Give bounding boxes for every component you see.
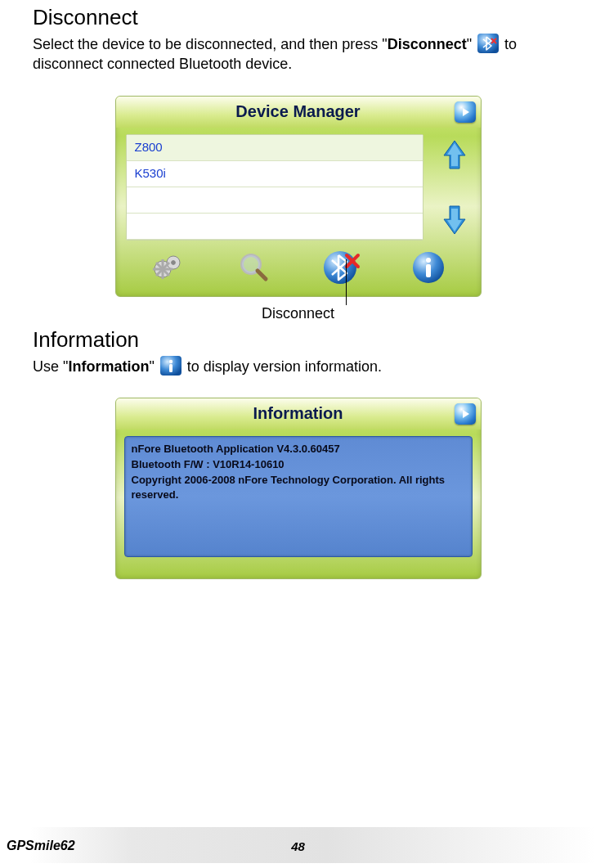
search-button[interactable] [233, 247, 276, 288]
info-line: nFore Bluetooth Application V4.3.0.60457 [132, 442, 465, 457]
list-item[interactable]: K530i [127, 161, 423, 187]
disconnect-paragraph: Select the device to be disconnected, an… [33, 34, 563, 74]
page-footer: GPSmile62 48 [0, 832, 596, 860]
svg-point-26 [169, 359, 173, 362]
play-icon [455, 403, 476, 425]
information-panel: Information nFore Bluetooth Application … [115, 398, 482, 579]
svg-point-11 [171, 260, 175, 264]
next-button[interactable] [455, 403, 476, 425]
panel-title: Device Manager [235, 102, 360, 121]
scroll-down-button[interactable] [439, 203, 470, 237]
heading-disconnect: Disconnect [33, 5, 563, 30]
info-line: Copyright 2006-2008 nFore Technology Cor… [132, 473, 465, 504]
info-text-box: nFore Bluetooth Application V4.3.0.60457… [124, 436, 473, 557]
info-line: Bluetooth F/W : V10R14-10610 [132, 457, 465, 473]
info-icon [410, 250, 446, 286]
bluetooth-disconnect-icon [322, 249, 361, 286]
list-item[interactable] [127, 214, 423, 240]
information-paragraph: Use "Information" to display version inf… [33, 356, 563, 376]
svg-point-23 [426, 258, 431, 263]
heading-information: Information [33, 327, 563, 353]
svg-marker-28 [463, 410, 469, 418]
bluetooth-disconnect-icon [477, 34, 499, 53]
svg-marker-3 [463, 108, 469, 116]
next-button[interactable] [455, 101, 476, 123]
svg-rect-24 [426, 264, 431, 277]
callout-line [346, 259, 347, 305]
panel-header: Device Manager [116, 97, 481, 128]
list-item[interactable]: Z800 [127, 135, 423, 161]
info-button[interactable] [407, 247, 450, 288]
scroll-up-button[interactable] [439, 137, 470, 172]
svg-line-18 [258, 271, 266, 279]
panel-header: Information [116, 398, 481, 430]
info-icon [160, 356, 181, 376]
toolbar [116, 244, 481, 296]
magnifier-icon [236, 250, 272, 286]
gear-icon [149, 250, 186, 286]
text: " [149, 358, 158, 375]
play-icon [455, 101, 476, 123]
text: Use " [33, 358, 68, 375]
text-bold: Information [68, 358, 149, 375]
text: to display version information. [183, 358, 382, 375]
disconnect-button[interactable] [320, 247, 363, 288]
list-item[interactable] [127, 187, 423, 214]
disconnect-callout-label: Disconnect [33, 305, 563, 322]
panel-title: Information [253, 404, 343, 423]
footer-product: GPSmile62 [0, 839, 75, 853]
footer-page-number: 48 [291, 839, 305, 853]
text: Select the device to be disconnected, an… [33, 36, 388, 52]
device-list[interactable]: Z800 K530i [126, 134, 423, 241]
text: " [467, 36, 476, 52]
text-bold: Disconnect [388, 36, 467, 52]
settings-button[interactable] [146, 247, 189, 288]
svg-rect-27 [169, 364, 173, 372]
device-manager-panel: Device Manager Z800 K530i [115, 96, 482, 297]
